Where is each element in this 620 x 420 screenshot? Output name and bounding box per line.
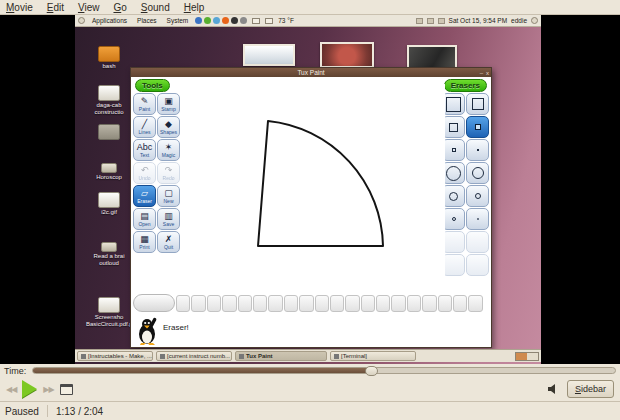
calendar-icon[interactable] (438, 18, 445, 24)
sidebar-button[interactable]: Sidebar (567, 380, 614, 398)
menu-movie[interactable]: Movie (6, 2, 33, 13)
video-stage[interactable]: ApplicationsPlacesSystem 73 °F Sat Oct 1… (0, 15, 620, 364)
palette-swatch[interactable] (176, 295, 190, 312)
firefox-launcher-icon[interactable] (222, 17, 229, 24)
desktop-icon-horoscop[interactable]: Horoscop (86, 163, 132, 181)
palette-swatch[interactable] (238, 295, 252, 312)
tool-lines[interactable]: ╱Lines (133, 116, 156, 138)
tuxpaint-titlebar[interactable]: Tux Paint – x (131, 68, 491, 77)
tool-quit[interactable]: ✗Quit (157, 231, 180, 253)
taskbar-item-tuxpaint[interactable]: Tux Paint (235, 351, 327, 361)
eraser-empty-slot[interactable] (442, 254, 465, 276)
palette-swatch[interactable] (299, 295, 313, 312)
menu-go[interactable]: Go (113, 2, 126, 13)
eraser-square-2[interactable] (466, 139, 489, 161)
desktop[interactable]: bashdaga-cab constructioHoroscopi2c.gifR… (75, 27, 541, 364)
tool-magic[interactable]: ✶Magic (157, 139, 180, 161)
eraser-empty-slot[interactable] (442, 231, 465, 253)
palette-swatch[interactable] (361, 295, 375, 312)
taskbar-item-0[interactable]: [Instructables - Make, ... (77, 351, 153, 361)
minimize-icon[interactable]: – (480, 70, 483, 76)
xchat-launcher-icon[interactable] (204, 17, 211, 24)
window-indicator-icon[interactable] (265, 18, 273, 24)
palette-swatch[interactable] (207, 295, 221, 312)
seek-slider[interactable] (32, 367, 616, 374)
menu-sound[interactable]: Sound (141, 2, 170, 13)
tool-paint[interactable]: ✎Paint (133, 93, 156, 115)
eraser-square-12[interactable] (466, 93, 489, 115)
palette-pill[interactable] (133, 294, 175, 312)
tool-open[interactable]: ▤Open (133, 208, 156, 230)
palette-swatch[interactable] (253, 295, 267, 312)
temperature-applet[interactable]: 73 °F (278, 17, 294, 24)
notify-icon[interactable] (416, 18, 423, 24)
fullscreen-button[interactable] (60, 384, 73, 395)
desktop-thumbnail-photo-red[interactable] (320, 42, 374, 68)
palette-swatch[interactable] (268, 295, 282, 312)
taskbar-item-3[interactable]: [Terminal] (330, 351, 416, 361)
taskbar-item-1[interactable]: [current instruct numb... (156, 351, 232, 361)
clock-applet[interactable]: Sat Oct 15, 9:54 PM (449, 17, 508, 24)
menu-view[interactable]: View (78, 2, 100, 13)
eraser-square-4[interactable] (442, 139, 465, 161)
desktop-thumbnail-window-screenshot[interactable] (243, 44, 295, 66)
desktop-icon-bash[interactable]: bash (86, 46, 132, 70)
tool-new[interactable]: ▢New (157, 185, 180, 207)
palette-swatch[interactable] (284, 295, 298, 312)
eraser-square-6[interactable] (466, 116, 489, 138)
eraser-circle-15[interactable] (442, 162, 465, 184)
eraser-circle-6[interactable] (466, 185, 489, 207)
user-menu[interactable]: eddie (511, 17, 527, 24)
network-icon[interactable] (427, 18, 434, 24)
eraser-square-9[interactable] (442, 116, 465, 138)
tool-save[interactable]: ▥Save (157, 208, 180, 230)
eraser-empty-slot[interactable] (466, 231, 489, 253)
desktop-icon[interactable] (86, 124, 132, 141)
panel-menu-places[interactable]: Places (135, 17, 159, 24)
menu-help[interactable]: Help (184, 2, 205, 13)
workspace-switcher[interactable] (515, 352, 539, 361)
desktop-icon-screensho[interactable]: Screensho BasicCircuit.pdf.png (86, 297, 132, 328)
desktop-icon-read[interactable]: Read a brai outloud (86, 242, 132, 267)
menu-edit[interactable]: Edit (47, 2, 64, 13)
eraser-square-15[interactable] (442, 93, 465, 115)
palette-swatch[interactable] (407, 295, 421, 312)
palette-swatch[interactable] (391, 295, 405, 312)
palette-swatch[interactable] (376, 295, 390, 312)
palette-swatch[interactable] (191, 295, 205, 312)
eraser-circle-2[interactable] (466, 208, 489, 230)
close-icon[interactable]: x (486, 70, 489, 76)
tool-stamp[interactable]: ▣Stamp (157, 93, 180, 115)
tool-shapes[interactable]: ◆Shapes (157, 116, 180, 138)
paint-canvas[interactable] (183, 84, 445, 291)
eraser-circle-4[interactable] (442, 208, 465, 230)
volume-icon[interactable] (547, 383, 559, 395)
tool-text[interactable]: AbcText (133, 139, 156, 161)
palette-swatch[interactable] (468, 295, 482, 312)
palette-swatch[interactable] (422, 295, 436, 312)
eraser-circle-12[interactable] (466, 162, 489, 184)
window-indicator-icon[interactable] (252, 18, 260, 24)
panel-menu-system[interactable]: System (165, 17, 191, 24)
desktop-thumbnail-photo-dark[interactable] (407, 45, 457, 69)
eraser-empty-slot[interactable] (466, 254, 489, 276)
screenshot-launcher-icon[interactable] (240, 17, 247, 24)
tool-undo[interactable]: ↶Undo (133, 162, 156, 184)
tool-print[interactable]: ▦Print (133, 231, 156, 253)
palette-swatch[interactable] (453, 295, 467, 312)
next-button[interactable]: ▶▶ (43, 385, 53, 394)
browser-launcher-icon[interactable] (195, 17, 202, 24)
previous-button[interactable]: ◀◀ (6, 385, 16, 394)
desktop-icon-i2c.gif[interactable]: i2c.gif (86, 192, 132, 216)
panel-menu-applications[interactable]: Applications (90, 17, 129, 24)
eraser-circle-9[interactable] (442, 185, 465, 207)
tool-eraser[interactable]: ▱Eraser (133, 185, 156, 207)
palette-swatch[interactable] (438, 295, 452, 312)
seek-handle[interactable] (365, 366, 378, 376)
palette-swatch[interactable] (222, 295, 236, 312)
play-button[interactable] (22, 380, 37, 398)
palette-swatch[interactable] (345, 295, 359, 312)
app-blue-launcher-icon[interactable] (213, 17, 220, 24)
palette-swatch[interactable] (330, 295, 344, 312)
palette-swatch[interactable] (315, 295, 329, 312)
